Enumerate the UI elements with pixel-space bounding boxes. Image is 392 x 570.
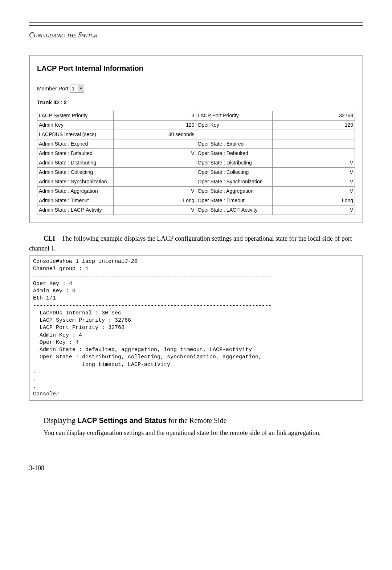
- param-value: V: [272, 177, 355, 187]
- table-row: Admin Key120Oper Key120: [37, 121, 355, 130]
- param-value: [114, 168, 196, 177]
- param-value: [272, 139, 355, 149]
- param-label: LACP System Priority: [37, 111, 114, 121]
- section-body-text: You can display configuration settings a…: [29, 428, 363, 438]
- page-header: Configuring the Switch: [29, 29, 363, 40]
- param-value: V: [272, 158, 355, 168]
- param-value: [114, 177, 196, 187]
- param-label: Oper State : LACP-Activity: [196, 205, 272, 215]
- table-row: Admin State : CollectingOper State : Col…: [37, 168, 355, 177]
- member-port-select[interactable]: 1: [70, 85, 84, 93]
- param-value: V: [272, 168, 355, 177]
- param-label: Oper State : Synchronization: [196, 177, 272, 187]
- param-label: [196, 130, 272, 139]
- member-port-value: 1: [70, 85, 78, 93]
- cli-output-box: Console#show 1 lacp internal3-28 Channel…: [29, 256, 363, 400]
- param-label: Oper Key: [196, 121, 272, 130]
- table-row: Admin State : TimeoutLongOper State : Ti…: [37, 196, 355, 205]
- param-label: Oper State : Expired: [196, 139, 272, 149]
- param-label: Oper State : Distributing: [196, 158, 272, 168]
- cli-page-ref: 3-28: [124, 258, 138, 265]
- trunk-id-label: Trunk ID : 2: [37, 98, 355, 107]
- cli-cmd: Console#show 1 lacp internal: [33, 258, 124, 265]
- param-value: 30 seconds: [114, 130, 196, 139]
- cli-label: CLI: [44, 235, 55, 242]
- member-port-row: Member Port 1: [37, 85, 355, 93]
- section-heading-bold: LACP Settings and Status: [77, 416, 167, 424]
- param-label: Admin State : Defaulted: [37, 149, 114, 158]
- table-row: LACP System Priority3LACP Port Priority3…: [37, 111, 355, 121]
- param-value: [114, 139, 196, 149]
- param-value: V: [114, 187, 196, 196]
- param-label: Oper State : Timeout: [196, 196, 272, 205]
- param-value: V: [272, 205, 355, 215]
- param-label: LACPDUS Interval (secs): [37, 130, 114, 139]
- section-heading: Displaying LACP Settings and Status for …: [29, 415, 363, 426]
- header-rule-thick: [29, 22, 363, 23]
- param-value: 3: [114, 111, 196, 121]
- param-value: [272, 149, 355, 158]
- param-value: V: [114, 205, 196, 215]
- param-label: Oper State : Defaulted: [196, 149, 272, 158]
- header-rule-thin: [29, 25, 363, 26]
- param-label: Admin State : Aggregation: [37, 187, 114, 196]
- param-label: Admin State : Collecting: [37, 168, 114, 177]
- param-value: V: [272, 187, 355, 196]
- table-row: LACPDUS Interval (secs)30 seconds: [37, 130, 355, 139]
- cli-output-text: Channel group : 1 ----------------------…: [33, 266, 271, 397]
- table-row: Admin State : DefaultedVOper State : Def…: [37, 149, 355, 158]
- lacp-panel: LACP Port Internal Information Member Po…: [29, 55, 363, 223]
- param-value: Long: [272, 196, 355, 205]
- table-row: Admin State : ExpiredOper State : Expire…: [37, 139, 355, 149]
- section-heading-pre: Displaying: [44, 416, 77, 424]
- param-value: Long: [114, 196, 196, 205]
- param-label: Admin Key: [37, 121, 114, 130]
- lacp-info-table: LACP System Priority3LACP Port Priority3…: [37, 111, 355, 215]
- page-number: 3-108: [29, 463, 363, 473]
- param-value: V: [114, 149, 196, 158]
- section-heading-post: for the Remote Side: [167, 416, 227, 424]
- cli-intro-text: CLI – The following example displays the…: [29, 234, 363, 253]
- param-label: LACP Port Priority: [196, 111, 272, 121]
- panel-title: LACP Port Internal Information: [37, 63, 355, 74]
- member-port-label: Member Port: [37, 85, 69, 93]
- table-row: Admin State : LACP-ActivityVOper State :…: [37, 205, 355, 215]
- param-value: [272, 130, 355, 139]
- chevron-down-icon: [78, 85, 84, 92]
- param-value: 120: [114, 121, 196, 130]
- param-label: Admin State : Expired: [37, 139, 114, 149]
- table-row: Admin State : AggregationVOper State : A…: [37, 187, 355, 196]
- param-label: Admin State : LACP-Activity: [37, 205, 114, 215]
- param-label: Admin State : Timeout: [37, 196, 114, 205]
- table-row: Admin State : SynchronizationOper State …: [37, 177, 355, 187]
- param-value: 32768: [272, 111, 355, 121]
- table-row: Admin State : DistributingOper State : D…: [37, 158, 355, 168]
- param-label: Admin State : Distributing: [37, 158, 114, 168]
- param-value: [114, 158, 196, 168]
- param-label: Oper State : Aggregation: [196, 187, 272, 196]
- param-label: Admin State : Synchronization: [37, 177, 114, 187]
- cli-intro-rest: – The following example displays the LAC…: [29, 235, 352, 252]
- param-value: 120: [272, 121, 355, 130]
- param-label: Oper State : Collecting: [196, 168, 272, 177]
